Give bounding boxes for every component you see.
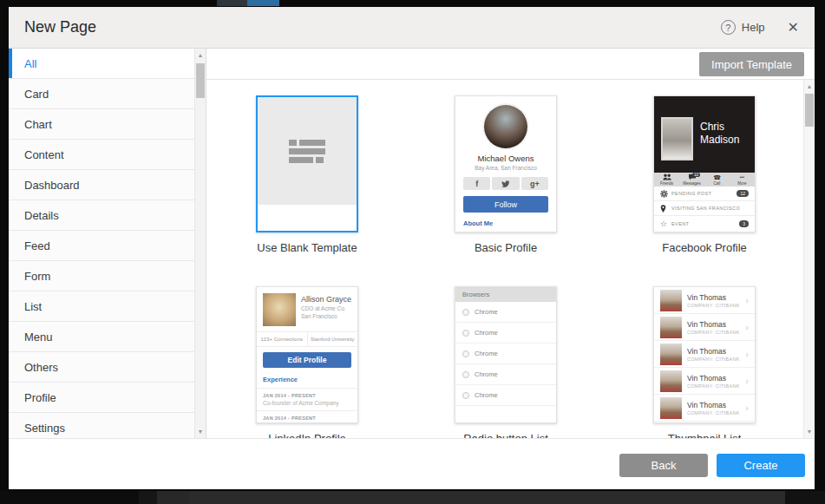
messages-action: 10 Messages	[679, 173, 704, 187]
import-template-button[interactable]: Import Template	[699, 52, 804, 76]
template-label: Radio button List	[455, 432, 557, 438]
chevron-right-icon: ›	[745, 295, 749, 305]
avatar	[484, 105, 527, 148]
template-card-facebook-profile[interactable]: Chris Madison Friends	[653, 95, 756, 232]
chevron-right-icon: ›	[745, 403, 749, 413]
sidebar-item-content[interactable]: Content	[9, 140, 194, 170]
dialog-footer: Back Create	[9, 438, 815, 489]
profile-photo	[661, 117, 693, 160]
background-app-fragment	[139, 491, 157, 504]
radio-icon	[462, 330, 469, 337]
radio-icon	[462, 392, 469, 399]
gallery-scrollbar[interactable]: ▲ ▼	[803, 80, 815, 438]
template-card-radio-list[interactable]: Browsers Chrome Chrome Chrome Chrome Chr…	[455, 286, 557, 423]
scroll-down-icon[interactable]: ▼	[195, 429, 206, 435]
connections-stat: 123+ Connections	[257, 332, 308, 346]
profile-location: Bay Area, San Francisco	[455, 165, 556, 171]
sidebar-item-settings[interactable]: Settings	[9, 413, 194, 438]
list-item: Vin ThomasCOMPANY: CITIBANK›	[654, 368, 755, 395]
list-item: Vin ThomasCOMPANY: CITIBANK›	[654, 395, 755, 422]
sidebar-item-profile[interactable]: Profile	[9, 383, 194, 413]
about-me-link: About Me	[463, 219, 548, 227]
call-action: ☎ Call	[704, 173, 730, 187]
help-link[interactable]: Help	[742, 21, 765, 34]
event-badge: 3	[739, 220, 749, 227]
scroll-up-icon[interactable]: ▲	[195, 52, 206, 58]
scroll-down-icon[interactable]: ▼	[804, 429, 815, 435]
school-stat: Stanford University	[308, 332, 358, 346]
template-label: LinkedIn Profile	[256, 432, 358, 438]
pending-post-badge: 12	[737, 190, 749, 197]
category-list: All Card Chart Content Dashboard Details…	[9, 49, 194, 438]
sidebar-item-dashboard[interactable]: Dashboard	[9, 170, 194, 200]
template-card-blank[interactable]	[256, 95, 358, 232]
sidebar-item-list[interactable]: List	[9, 291, 194, 322]
sidebar-item-all[interactable]: All	[9, 49, 194, 79]
chevron-right-icon: ›	[745, 376, 749, 386]
sidebar-scrollbar-thumb[interactable]	[196, 63, 205, 98]
chevron-right-icon: ›	[745, 322, 749, 332]
pending-post-row: PENDING POST 12	[654, 187, 755, 201]
event-row: ☆ EVENT 3	[654, 216, 755, 231]
template-card-basic-profile[interactable]: Michael Owens Bay Area, San Francisco f …	[455, 95, 557, 232]
template-card-linkedin-profile[interactable]: Allison Grayce CDO at Acme Co. San Franc…	[256, 286, 358, 423]
list-item: Vin ThomasCOMPANY: CITIBANK›	[654, 341, 755, 368]
call-icon: ☎	[713, 174, 721, 180]
background-app-fragment	[247, 0, 279, 6]
blank-preview	[258, 97, 357, 205]
friends-icon	[663, 174, 671, 180]
profile-name: Allison Grayce	[301, 295, 351, 304]
scroll-up-icon[interactable]: ▲	[804, 83, 815, 89]
facebook-cover: Chris Madison	[654, 96, 755, 173]
sidebar-item-card[interactable]: Card	[9, 79, 194, 109]
messages-badge: 10	[692, 173, 700, 177]
location-pin-icon	[660, 205, 669, 213]
experience-date: JAN 2014 - PRESENT	[257, 411, 357, 421]
sidebar-item-form[interactable]: Form	[9, 261, 194, 291]
list-item: Chrome	[455, 385, 556, 406]
radio-icon	[462, 350, 469, 357]
wireframe-icon	[289, 140, 325, 163]
visiting-row: VISITING SAN FRANCISCO	[654, 201, 755, 216]
experience-heading: Experience	[257, 373, 357, 389]
profile-role: CDO at Acme Co.	[301, 305, 351, 311]
template-label: Basic Profile	[455, 241, 557, 255]
radio-icon	[462, 371, 469, 378]
background-app-fragment	[0, 491, 139, 504]
template-label: Thumbnail List	[653, 432, 756, 438]
follow-button: Follow	[463, 196, 548, 213]
back-button[interactable]: Back	[619, 454, 708, 477]
sidebar-item-feed[interactable]: Feed	[9, 231, 194, 261]
template-label: Facebook Profile	[653, 241, 756, 255]
template-grid: Use Blank Template Michael Owens Bay Are…	[206, 80, 803, 438]
sidebar-item-chart[interactable]: Chart	[9, 109, 194, 140]
edit-profile-button: Edit Profile	[263, 352, 351, 368]
avatar	[660, 344, 682, 365]
profile-name: Chris Madison	[700, 121, 752, 147]
close-icon[interactable]: ✕	[788, 19, 799, 36]
create-button[interactable]: Create	[717, 454, 805, 477]
profile-photo	[263, 293, 296, 326]
sidebar-item-menu[interactable]: Menu	[9, 322, 194, 352]
template-card-thumbnail-list[interactable]: Vin ThomasCOMPANY: CITIBANK› Vin ThomasC…	[653, 286, 756, 423]
gallery-scrollbar-thumb[interactable]	[805, 94, 814, 127]
template-gallery: Import Template	[206, 49, 815, 438]
template-label: Use Blank Template	[256, 241, 358, 255]
list-item: Chrome	[455, 364, 556, 385]
category-sidebar: All Card Chart Content Dashboard Details…	[9, 49, 206, 438]
avatar	[660, 397, 682, 419]
star-icon: ☆	[660, 220, 669, 227]
background-app-fragment	[189, 491, 785, 504]
profile-location: San Francisco	[301, 313, 351, 319]
dialog-header: New Page ? Help ✕	[9, 7, 815, 49]
sidebar-scrollbar[interactable]: ▲ ▼	[194, 49, 206, 438]
sidebar-item-details[interactable]: Details	[9, 200, 194, 231]
avatar	[660, 370, 682, 392]
chevron-right-icon: ›	[745, 349, 749, 359]
background-app-fragment	[217, 0, 247, 6]
friends-action: Friends	[654, 173, 679, 187]
help-icon[interactable]: ?	[721, 20, 736, 35]
sidebar-item-others[interactable]: Others	[9, 352, 194, 383]
list-item: Vin ThomasCOMPANY: CITIBANK›	[654, 287, 755, 314]
experience-role: Co-founder of Acme Company	[257, 398, 357, 411]
